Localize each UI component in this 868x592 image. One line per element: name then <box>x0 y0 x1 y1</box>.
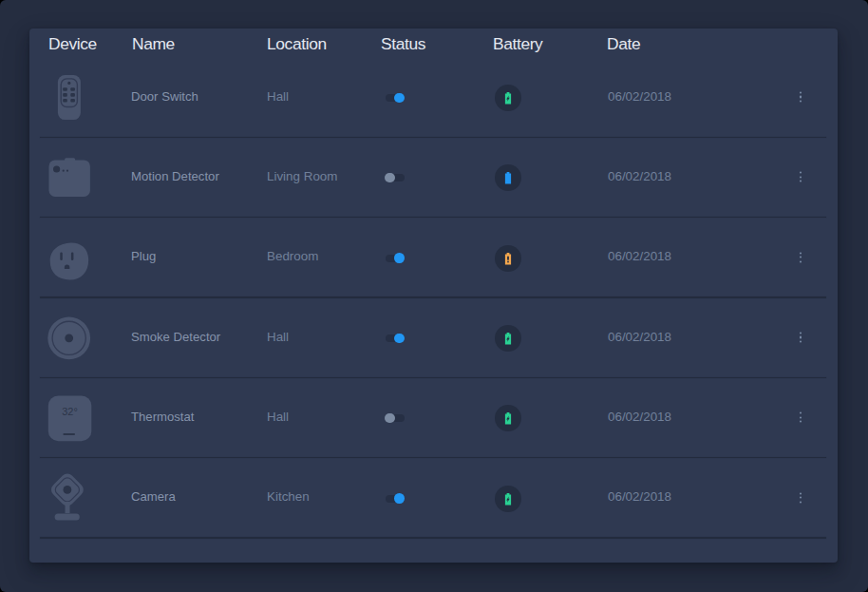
svg-text:32°: 32° <box>62 406 78 417</box>
